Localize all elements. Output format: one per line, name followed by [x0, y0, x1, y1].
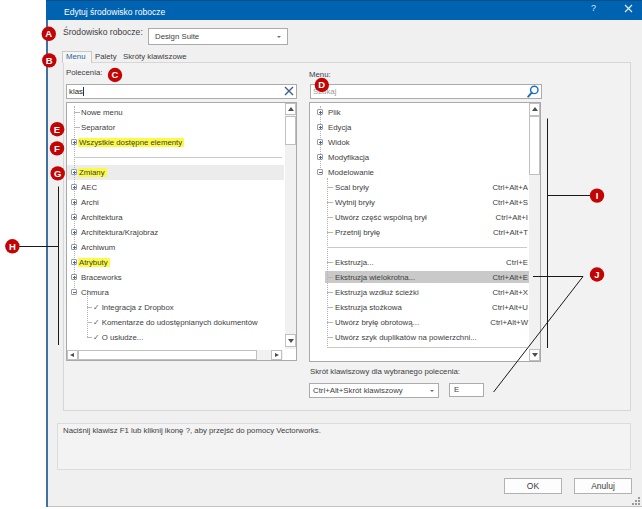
svg-text:H: H: [9, 241, 16, 252]
svg-text:I: I: [596, 190, 599, 201]
svg-text:A: A: [45, 28, 52, 39]
svg-text:F: F: [54, 143, 60, 154]
svg-text:D: D: [318, 79, 325, 90]
svg-text:E: E: [54, 124, 60, 135]
svg-text:B: B: [46, 55, 53, 66]
svg-text:J: J: [594, 269, 599, 280]
svg-text:C: C: [112, 69, 119, 80]
svg-text:G: G: [54, 168, 61, 179]
